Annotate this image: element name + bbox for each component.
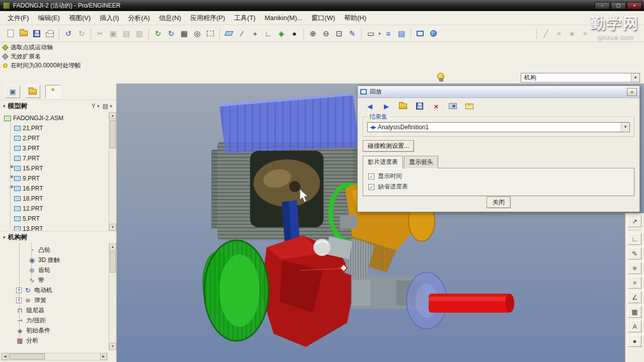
- tree-row[interactable]: ∿带: [0, 275, 116, 285]
- connect-web-icon[interactable]: [427, 27, 440, 40]
- angle-icon[interactable]: ∠: [628, 291, 641, 303]
- tree-settings-icon[interactable]: ▤▾: [103, 103, 113, 110]
- scroll-up-icon[interactable]: ▲: [109, 112, 116, 119]
- sketch-point-icon[interactable]: ∗: [566, 27, 579, 40]
- csys-display-icon[interactable]: ∟: [262, 27, 275, 40]
- scroll-thumb[interactable]: [10, 353, 45, 359]
- tree-row[interactable]: ▦分析: [0, 335, 116, 345]
- favorites-tab-icon[interactable]: *: [45, 85, 60, 98]
- tree-row[interactable]: ◔凸轮: [0, 245, 116, 255]
- filter-icon[interactable]: Y▾: [92, 103, 101, 110]
- scroll-thumb[interactable]: [110, 120, 116, 148]
- regenerate-set-icon[interactable]: ↻: [165, 27, 178, 40]
- find-icon[interactable]: ◎: [191, 27, 204, 40]
- tree-row[interactable]: ◉3D 接触: [0, 255, 116, 265]
- view-manager-icon[interactable]: ▤: [395, 27, 408, 40]
- rewind-icon[interactable]: ◀: [365, 102, 375, 111]
- open-result-icon[interactable]: [398, 102, 408, 111]
- saved-views-caret-icon[interactable]: ▾: [377, 31, 382, 36]
- result-set-combo[interactable]: ◀▶ AnalysisDefinition1 ▾: [367, 122, 630, 132]
- tree-row[interactable]: 2.PRT: [0, 133, 116, 143]
- erase-icon[interactable]: ×: [628, 277, 641, 289]
- repaint-icon[interactable]: ✎: [346, 27, 359, 40]
- window-activate-icon[interactable]: [414, 27, 427, 40]
- new-file-icon[interactable]: [4, 27, 17, 40]
- saved-views-icon[interactable]: ▭: [364, 27, 377, 40]
- cut-icon[interactable]: ✂: [94, 27, 107, 40]
- scroll-up-icon[interactable]: ▲: [109, 243, 116, 250]
- horizontal-scrollbar[interactable]: ◀ ▶: [1, 353, 108, 360]
- model-tree-tab-icon[interactable]: ▣: [5, 85, 20, 98]
- scroll-down-icon[interactable]: ▼: [109, 224, 116, 231]
- datum-plane-display-icon[interactable]: [222, 27, 235, 40]
- capture-movie-icon[interactable]: [448, 102, 458, 111]
- select-box-icon[interactable]: [204, 27, 217, 40]
- tree-row[interactable]: ⊓阻尼器: [0, 305, 116, 315]
- datum-point-display-icon[interactable]: +: [249, 27, 262, 40]
- minimize-button[interactable]: –: [595, 2, 610, 10]
- detach-panel-icon[interactable]: ↗: [628, 215, 641, 227]
- layers-icon[interactable]: ≡: [382, 27, 395, 40]
- flywheel[interactable]: [202, 240, 269, 341]
- output-shaft[interactable]: [429, 294, 514, 313]
- sketch-line-icon[interactable]: ╱: [539, 27, 552, 40]
- tree-row[interactable]: 9.PRT: [0, 173, 116, 184]
- mode-selector[interactable]: 机构 ▾: [521, 73, 640, 82]
- sketch-delete-icon[interactable]: ×: [552, 27, 566, 40]
- tree-row[interactable]: ◈初始条件: [0, 325, 116, 335]
- chevron-down-icon[interactable]: ▾: [631, 73, 639, 82]
- menu-insert[interactable]: 插入(I): [95, 12, 123, 25]
- open-folder-icon[interactable]: [17, 27, 30, 40]
- annotation-icon[interactable]: A: [628, 320, 641, 332]
- tree-row[interactable]: ⇀力/扭距: [0, 315, 116, 325]
- undo-icon[interactable]: ↺: [62, 27, 75, 40]
- print-icon[interactable]: [43, 27, 56, 40]
- hint-bulb-icon[interactable]: [437, 73, 444, 80]
- dialog-close-icon[interactable]: ×: [627, 88, 637, 96]
- scroll-thumb[interactable]: [110, 251, 116, 273]
- tree-row[interactable]: 15.PRT: [0, 163, 116, 173]
- model-tree-scrollbar[interactable]: ▲ ▼: [109, 112, 116, 231]
- tree-row[interactable]: 5.PRT: [0, 214, 116, 224]
- tree-row[interactable]: 7.PRT: [0, 153, 116, 163]
- measure-icon[interactable]: ∟: [628, 233, 641, 245]
- tree-row[interactable]: ⊛齿轮: [0, 265, 116, 275]
- cylinder-head[interactable]: [219, 94, 359, 153]
- tree-row[interactable]: +≋弹簧: [0, 295, 116, 305]
- save-result-icon[interactable]: [415, 102, 425, 111]
- collision-settings-button[interactable]: 碰撞检测设置...: [363, 140, 414, 152]
- menu-file[interactable]: 文件(F): [3, 12, 34, 25]
- grid-icon[interactable]: ▦: [628, 306, 641, 318]
- section-lines-icon[interactable]: ≡: [628, 262, 641, 274]
- tree-row[interactable]: 3.PRT: [0, 143, 116, 153]
- zoom-out-icon[interactable]: ⊖: [319, 27, 333, 40]
- mech-tree-scrollbar[interactable]: ▲ ▼: [109, 243, 116, 350]
- pencil-icon[interactable]: ✎: [628, 247, 641, 259]
- tree-row[interactable]: 18.PRT: [0, 194, 116, 204]
- copy-icon[interactable]: ▣: [107, 27, 120, 40]
- menu-info[interactable]: 信息(N): [154, 12, 186, 25]
- collapse-icon[interactable]: ▾: [3, 235, 6, 240]
- regenerate-icon[interactable]: ↻: [151, 27, 165, 40]
- tree-row[interactable]: 12.PRT: [0, 204, 116, 214]
- paste-icon[interactable]: ▤: [120, 27, 133, 40]
- dialog-title-bar[interactable]: 回放 ×: [358, 86, 639, 98]
- sphere-icon[interactable]: ●: [628, 335, 641, 347]
- tree-row[interactable]: 13.PRT: [0, 224, 116, 231]
- tree-row[interactable]: 21.PRT: [0, 123, 116, 133]
- menu-view[interactable]: 视图(V): [64, 12, 95, 25]
- tab-display-arrows[interactable]: 显示箭头: [404, 156, 438, 168]
- chevron-down-icon[interactable]: ▾: [621, 123, 629, 132]
- save-icon[interactable]: [30, 27, 43, 40]
- tab-movie-schedule[interactable]: 影片进度表: [363, 156, 403, 168]
- menu-manikin[interactable]: Manikin(M)...: [260, 12, 307, 24]
- scroll-down-icon[interactable]: ▼: [109, 343, 116, 350]
- sketch-divide-icon[interactable]: ×: [579, 27, 592, 40]
- grid-toggle-icon[interactable]: ▦: [178, 27, 191, 40]
- close-dialog-button[interactable]: 关闭: [487, 197, 511, 208]
- menu-edit[interactable]: 编辑(E): [34, 12, 64, 25]
- delete-result-icon[interactable]: ×: [431, 102, 441, 111]
- refit-icon[interactable]: ⊡: [333, 27, 346, 40]
- shaded-view-icon[interactable]: ●: [288, 27, 301, 40]
- assembly-root-row[interactable]: FADONGJI-2.ASM: [0, 113, 116, 123]
